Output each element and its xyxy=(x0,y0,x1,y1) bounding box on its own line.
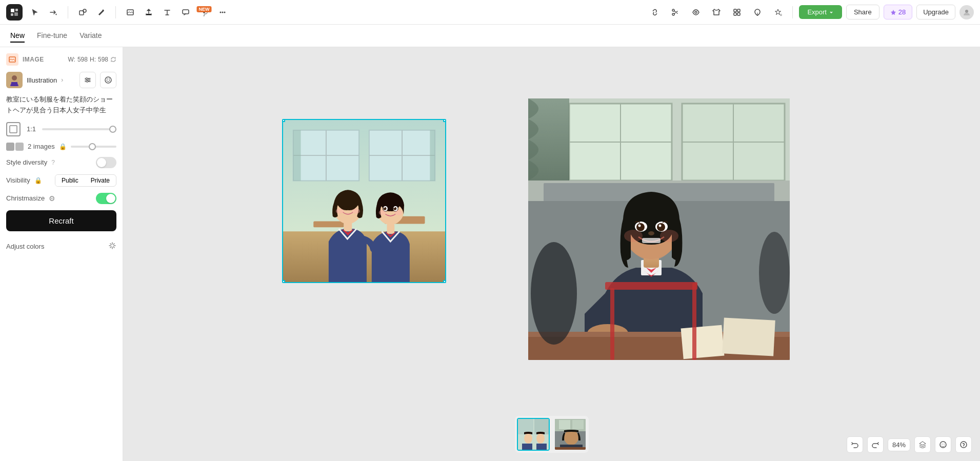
height-value: 598 xyxy=(98,56,108,63)
svg-point-33 xyxy=(107,78,108,79)
star-tool[interactable]: + xyxy=(770,4,786,21)
canvas-image-anime[interactable] xyxy=(282,119,446,283)
handle-tr[interactable] xyxy=(443,119,446,122)
layers-button[interactable] xyxy=(914,436,931,453)
svg-rect-28 xyxy=(11,82,17,86)
svg-text:+: + xyxy=(781,13,782,16)
emoji-button[interactable] xyxy=(935,436,951,453)
svg-point-27 xyxy=(12,75,17,81)
visibility-public-tab[interactable]: Public xyxy=(55,175,85,186)
help-icon[interactable]: ? xyxy=(51,159,55,166)
svg-rect-20 xyxy=(737,13,740,15)
sub-tabs: New Fine-tune Variate xyxy=(0,25,980,47)
leaf-tool[interactable] xyxy=(749,4,766,21)
eye-tool[interactable] xyxy=(688,4,704,21)
prompt-text[interactable]: 教室にいる制服を着た笑顔のショートヘアが見合う日本人女子中学生 xyxy=(6,94,116,116)
user-avatar[interactable] xyxy=(959,5,974,19)
images-swatches xyxy=(6,143,24,151)
svg-point-114 xyxy=(944,444,945,445)
svg-point-24 xyxy=(965,10,968,13)
handle-br[interactable] xyxy=(443,280,446,283)
svg-rect-107 xyxy=(559,420,570,429)
help-button[interactable] xyxy=(955,436,972,453)
images-label: 2 images xyxy=(28,143,55,150)
svg-point-58 xyxy=(384,207,385,208)
left-sidebar: IMAGE W: 598 H: 598 Illustration › xyxy=(0,47,123,461)
svg-rect-91 xyxy=(681,325,725,359)
grid-tool[interactable] xyxy=(729,4,745,21)
cursor-tool[interactable] xyxy=(27,4,43,21)
svg-point-13 xyxy=(224,11,226,13)
christmasize-toggle-thumb xyxy=(106,194,115,203)
images-slider[interactable] xyxy=(71,146,116,148)
ratio-slider-thumb[interactable] xyxy=(109,126,116,133)
svg-point-29 xyxy=(86,78,88,79)
shirt-tool[interactable] xyxy=(708,4,725,21)
width-label: W: xyxy=(68,56,75,63)
export-button[interactable]: Export xyxy=(799,5,842,19)
images-slider-thumb[interactable] xyxy=(89,143,96,150)
svg-rect-108 xyxy=(572,420,584,429)
more-tool[interactable] xyxy=(214,4,231,21)
media-tool[interactable] xyxy=(122,4,138,21)
adjust-colors-row: Adjust colors xyxy=(6,237,116,255)
tab-fine-tune[interactable]: Fine-tune xyxy=(37,29,67,43)
svg-point-51 xyxy=(352,209,360,214)
image-icon xyxy=(6,53,18,66)
classroom-photo xyxy=(528,98,790,360)
zoom-display: 84% xyxy=(888,438,910,451)
svg-rect-103 xyxy=(522,444,532,451)
anime-illustration xyxy=(283,120,445,282)
text-tool[interactable] xyxy=(159,4,175,21)
svg-point-115 xyxy=(961,442,967,448)
adjust-colors-icon[interactable] xyxy=(108,242,116,251)
svg-point-12 xyxy=(222,11,224,13)
style-diversity-toggle[interactable] xyxy=(96,157,116,168)
tab-new[interactable]: New xyxy=(10,29,25,43)
toggle-thumb xyxy=(97,158,106,167)
app-logo[interactable] xyxy=(6,4,23,21)
canvas-image-photo[interactable] xyxy=(528,98,790,360)
canvas-area[interactable]: 84% xyxy=(123,47,980,461)
images-row: 2 images 🔒 xyxy=(6,143,116,151)
credits-button[interactable]: 28 xyxy=(884,5,912,19)
thumbnail-2[interactable] xyxy=(554,418,587,451)
christmasize-toggle[interactable] xyxy=(96,193,116,204)
model-style-button[interactable] xyxy=(100,72,116,88)
svg-point-59 xyxy=(394,207,395,208)
bottom-right-controls: 84% xyxy=(847,436,972,453)
thumbnail-1[interactable] xyxy=(517,418,550,451)
svg-rect-47 xyxy=(313,222,344,228)
svg-rect-111 xyxy=(555,447,587,451)
ratio-slider[interactable] xyxy=(42,128,116,130)
svg-point-80 xyxy=(636,223,645,231)
undo-button[interactable] xyxy=(847,436,863,453)
recraft-button[interactable]: Recraft xyxy=(6,210,116,231)
shape-tool[interactable] xyxy=(74,4,91,21)
svg-rect-3 xyxy=(14,12,18,16)
christmasize-settings-icon[interactable]: ⚙ xyxy=(49,194,55,203)
model-chevron-icon[interactable]: › xyxy=(61,76,63,84)
visibility-private-tab[interactable]: Private xyxy=(85,175,116,186)
refresh-icon[interactable] xyxy=(110,56,116,63)
model-avatar xyxy=(6,72,23,88)
svg-rect-96 xyxy=(610,288,614,360)
handle-tl[interactable] xyxy=(282,119,285,122)
svg-point-30 xyxy=(88,79,90,81)
svg-rect-19 xyxy=(734,13,736,15)
model-adjust-button[interactable] xyxy=(79,72,96,88)
redo-button[interactable] xyxy=(867,436,884,453)
share-button[interactable]: Share xyxy=(846,5,879,19)
pen-tool[interactable] xyxy=(93,4,109,21)
width-value: 598 xyxy=(77,56,88,63)
upgrade-button[interactable]: Upgrade xyxy=(916,5,955,19)
comment-tool[interactable] xyxy=(177,4,194,21)
svg-rect-44 xyxy=(430,130,435,181)
scissors-tool[interactable] xyxy=(667,4,684,21)
upload-tool[interactable] xyxy=(141,4,157,21)
handle-bl[interactable] xyxy=(282,280,285,283)
arrow-tool[interactable]: ▾ xyxy=(45,4,62,21)
christmasize-label: Christmasize xyxy=(6,194,45,202)
tab-variate[interactable]: Variate xyxy=(79,29,102,43)
link-tool[interactable] xyxy=(647,4,663,21)
